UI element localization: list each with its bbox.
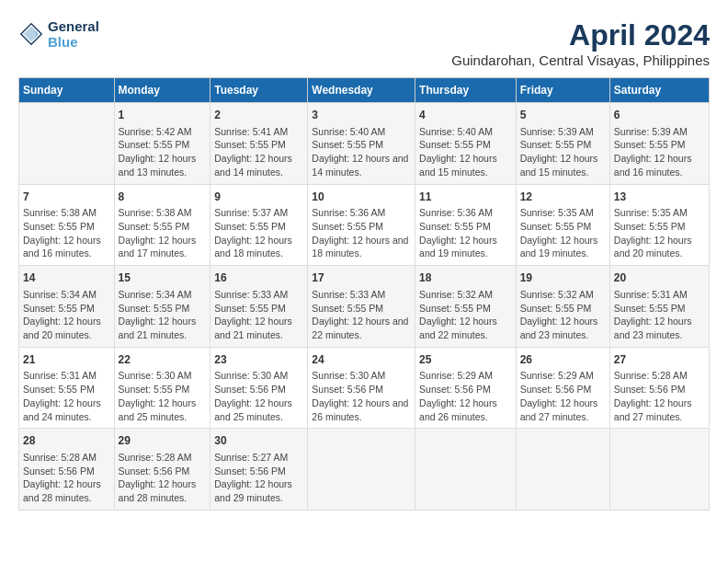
- day-number: 6: [614, 108, 705, 123]
- day-info: Sunrise: 5:36 AMSunset: 5:55 PMDaylight:…: [419, 206, 512, 260]
- header-wednesday: Wednesday: [308, 78, 415, 103]
- day-number: 2: [214, 108, 303, 123]
- calendar-cell: 21Sunrise: 5:31 AMSunset: 5:55 PMDayligh…: [19, 347, 115, 429]
- calendar-cell: 18Sunrise: 5:32 AMSunset: 5:55 PMDayligh…: [415, 266, 517, 348]
- calendar-header-row: SundayMondayTuesdayWednesdayThursdayFrid…: [19, 78, 710, 103]
- day-info: Sunrise: 5:32 AMSunset: 5:55 PMDaylight:…: [419, 288, 512, 342]
- calendar-week-row: 21Sunrise: 5:31 AMSunset: 5:55 PMDayligh…: [19, 347, 710, 429]
- calendar-cell: 20Sunrise: 5:31 AMSunset: 5:55 PMDayligh…: [609, 266, 709, 348]
- calendar-cell: 8Sunrise: 5:38 AMSunset: 5:55 PMDaylight…: [114, 184, 210, 266]
- day-number: 4: [419, 108, 512, 123]
- header-monday: Monday: [114, 78, 210, 103]
- calendar-week-row: 7Sunrise: 5:38 AMSunset: 5:55 PMDaylight…: [19, 184, 710, 266]
- calendar-cell: 17Sunrise: 5:33 AMSunset: 5:55 PMDayligh…: [308, 266, 415, 348]
- day-info: Sunrise: 5:34 AMSunset: 5:55 PMDaylight:…: [119, 288, 207, 342]
- day-number: 7: [23, 190, 110, 205]
- day-info: Sunrise: 5:41 AMSunset: 5:55 PMDaylight:…: [214, 125, 303, 179]
- subtitle: Guindarohan, Central Visayas, Philippine…: [451, 52, 710, 68]
- day-number: 27: [614, 352, 705, 368]
- day-number: 1: [119, 108, 207, 123]
- calendar-cell: 12Sunrise: 5:35 AMSunset: 5:55 PMDayligh…: [516, 184, 609, 266]
- day-info: Sunrise: 5:38 AMSunset: 5:55 PMDaylight:…: [23, 206, 110, 260]
- day-info: Sunrise: 5:29 AMSunset: 5:56 PMDaylight:…: [520, 369, 606, 423]
- day-info: Sunrise: 5:36 AMSunset: 5:55 PMDaylight:…: [312, 206, 411, 260]
- day-number: 9: [214, 190, 303, 205]
- calendar-table: SundayMondayTuesdayWednesdayThursdayFrid…: [18, 77, 710, 511]
- day-number: 30: [214, 433, 303, 449]
- header-sunday: Sunday: [19, 78, 115, 103]
- day-number: 14: [23, 270, 110, 286]
- calendar-cell: 14Sunrise: 5:34 AMSunset: 5:55 PMDayligh…: [19, 266, 115, 348]
- day-info: Sunrise: 5:28 AMSunset: 5:56 PMDaylight:…: [23, 451, 110, 505]
- day-info: Sunrise: 5:39 AMSunset: 5:55 PMDaylight:…: [520, 125, 606, 179]
- calendar-cell: 16Sunrise: 5:33 AMSunset: 5:55 PMDayligh…: [210, 266, 308, 348]
- calendar-cell: [609, 429, 709, 511]
- calendar-cell: [516, 429, 609, 511]
- calendar-cell: 3Sunrise: 5:40 AMSunset: 5:55 PMDaylight…: [308, 103, 415, 185]
- day-info: Sunrise: 5:31 AMSunset: 5:55 PMDaylight:…: [23, 369, 110, 423]
- day-info: Sunrise: 5:31 AMSunset: 5:55 PMDaylight:…: [614, 288, 705, 342]
- day-info: Sunrise: 5:27 AMSunset: 5:56 PMDaylight:…: [214, 451, 303, 505]
- day-number: 23: [214, 352, 303, 368]
- day-number: 20: [614, 270, 705, 286]
- calendar-cell: 24Sunrise: 5:30 AMSunset: 5:56 PMDayligh…: [308, 347, 415, 429]
- day-number: 16: [214, 270, 303, 286]
- calendar-week-row: 14Sunrise: 5:34 AMSunset: 5:55 PMDayligh…: [19, 266, 710, 348]
- calendar-cell: 1Sunrise: 5:42 AMSunset: 5:55 PMDaylight…: [114, 103, 210, 185]
- day-number: 29: [119, 433, 207, 449]
- day-info: Sunrise: 5:38 AMSunset: 5:55 PMDaylight:…: [119, 206, 207, 260]
- day-info: Sunrise: 5:32 AMSunset: 5:55 PMDaylight:…: [520, 288, 606, 342]
- day-info: Sunrise: 5:37 AMSunset: 5:55 PMDaylight:…: [214, 206, 303, 260]
- logo-icon: [18, 21, 44, 47]
- calendar-cell: 5Sunrise: 5:39 AMSunset: 5:55 PMDaylight…: [516, 103, 609, 185]
- day-number: 19: [520, 270, 606, 286]
- calendar-cell: 11Sunrise: 5:36 AMSunset: 5:55 PMDayligh…: [415, 184, 517, 266]
- day-number: 21: [23, 352, 110, 368]
- calendar-cell: 27Sunrise: 5:28 AMSunset: 5:56 PMDayligh…: [609, 347, 709, 429]
- calendar-cell: 15Sunrise: 5:34 AMSunset: 5:55 PMDayligh…: [114, 266, 210, 348]
- day-number: 26: [520, 352, 606, 368]
- day-number: 17: [312, 270, 411, 286]
- calendar-cell: 30Sunrise: 5:27 AMSunset: 5:56 PMDayligh…: [210, 429, 308, 511]
- day-info: Sunrise: 5:33 AMSunset: 5:55 PMDaylight:…: [312, 288, 411, 342]
- calendar-cell: 6Sunrise: 5:39 AMSunset: 5:55 PMDaylight…: [609, 103, 709, 185]
- day-info: Sunrise: 5:39 AMSunset: 5:55 PMDaylight:…: [614, 125, 705, 179]
- calendar-cell: 26Sunrise: 5:29 AMSunset: 5:56 PMDayligh…: [516, 347, 609, 429]
- calendar-cell: 28Sunrise: 5:28 AMSunset: 5:56 PMDayligh…: [19, 429, 115, 511]
- day-info: Sunrise: 5:28 AMSunset: 5:56 PMDaylight:…: [119, 451, 207, 505]
- header-thursday: Thursday: [415, 78, 517, 103]
- calendar-cell: 9Sunrise: 5:37 AMSunset: 5:55 PMDaylight…: [210, 184, 308, 266]
- day-number: 8: [119, 190, 207, 205]
- day-info: Sunrise: 5:28 AMSunset: 5:56 PMDaylight:…: [614, 369, 705, 423]
- calendar-week-row: 1Sunrise: 5:42 AMSunset: 5:55 PMDaylight…: [19, 103, 710, 185]
- calendar-cell: 13Sunrise: 5:35 AMSunset: 5:55 PMDayligh…: [609, 184, 709, 266]
- day-info: Sunrise: 5:42 AMSunset: 5:55 PMDaylight:…: [119, 125, 207, 179]
- day-number: 5: [520, 108, 606, 123]
- day-number: 22: [119, 352, 207, 368]
- title-block: April 2024 Guindarohan, Central Visayas,…: [451, 18, 710, 68]
- day-info: Sunrise: 5:30 AMSunset: 5:55 PMDaylight:…: [119, 369, 207, 423]
- day-number: 11: [419, 190, 512, 205]
- logo: General Blue: [18, 18, 99, 50]
- header-saturday: Saturday: [609, 78, 709, 103]
- calendar-cell: 2Sunrise: 5:41 AMSunset: 5:55 PMDaylight…: [210, 103, 308, 185]
- calendar-cell: [19, 103, 115, 185]
- day-info: Sunrise: 5:35 AMSunset: 5:55 PMDaylight:…: [614, 206, 705, 260]
- day-info: Sunrise: 5:30 AMSunset: 5:56 PMDaylight:…: [214, 369, 303, 423]
- calendar-cell: 22Sunrise: 5:30 AMSunset: 5:55 PMDayligh…: [114, 347, 210, 429]
- calendar-cell: 23Sunrise: 5:30 AMSunset: 5:56 PMDayligh…: [210, 347, 308, 429]
- calendar-week-row: 28Sunrise: 5:28 AMSunset: 5:56 PMDayligh…: [19, 429, 710, 511]
- day-number: 25: [419, 352, 512, 368]
- calendar-cell: 10Sunrise: 5:36 AMSunset: 5:55 PMDayligh…: [308, 184, 415, 266]
- day-number: 24: [312, 352, 411, 368]
- day-number: 18: [419, 270, 512, 286]
- day-info: Sunrise: 5:30 AMSunset: 5:56 PMDaylight:…: [312, 369, 411, 423]
- day-info: Sunrise: 5:34 AMSunset: 5:55 PMDaylight:…: [23, 288, 110, 342]
- day-info: Sunrise: 5:40 AMSunset: 5:55 PMDaylight:…: [312, 125, 411, 179]
- day-number: 12: [520, 190, 606, 205]
- header-tuesday: Tuesday: [210, 78, 308, 103]
- calendar-cell: [415, 429, 517, 511]
- day-info: Sunrise: 5:33 AMSunset: 5:55 PMDaylight:…: [214, 288, 303, 342]
- header-friday: Friday: [516, 78, 609, 103]
- calendar-cell: 19Sunrise: 5:32 AMSunset: 5:55 PMDayligh…: [516, 266, 609, 348]
